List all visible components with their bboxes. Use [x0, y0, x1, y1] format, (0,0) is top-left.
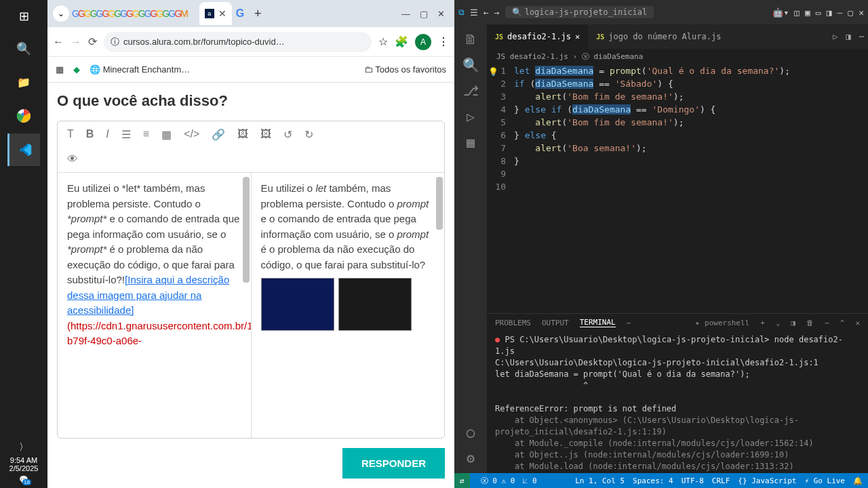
- breadcrumb[interactable]: JS desafio2-1.js › ⓥ diaDaSemana: [487, 49, 868, 64]
- extensions-icon[interactable]: ▦: [467, 134, 475, 150]
- split-icon[interactable]: ◨: [842, 32, 855, 41]
- add-terminal-icon[interactable]: +: [760, 319, 765, 327]
- layout-icon-2[interactable]: ▣: [805, 7, 810, 18]
- status-lang[interactable]: {} JavaScript: [738, 476, 796, 485]
- minimize-icon[interactable]: —: [837, 7, 843, 18]
- terminal-shell[interactable]: ▸ powershell: [696, 319, 749, 327]
- menu-icon[interactable]: ☰: [470, 7, 478, 18]
- attached-image-1[interactable]: [261, 278, 334, 331]
- tab-jogo[interactable]: JSjogo do número Alura.js: [588, 24, 729, 49]
- new-tab-button[interactable]: +: [248, 7, 267, 21]
- search-icon[interactable]: 🔍: [462, 57, 479, 73]
- tab-desafio2[interactable]: JSdesafio2-1.js ✕: [487, 24, 588, 49]
- copilot-icon[interactable]: 🤖▾: [772, 7, 789, 18]
- tab-search-button[interactable]: ⌄: [53, 5, 69, 22]
- close-tab-icon[interactable]: ✕: [218, 8, 226, 19]
- collapsed-tabs[interactable]: GGGGGGGGGGGGGGGGGGM: [72, 8, 199, 19]
- all-bookmarks[interactable]: 🗀 Todos os favoritos: [364, 64, 446, 75]
- active-tab[interactable]: a ✕: [199, 2, 232, 25]
- problems-tab[interactable]: PROBLEMS: [495, 319, 531, 327]
- code-icon[interactable]: </>: [184, 128, 199, 141]
- status-encoding[interactable]: UTF-8: [682, 476, 704, 485]
- attached-image-2[interactable]: [338, 278, 412, 331]
- bold-icon[interactable]: B: [86, 128, 94, 141]
- link-icon[interactable]: 🔗: [212, 128, 225, 141]
- start-button[interactable]: ⊞: [7, 0, 40, 33]
- taskbar-time[interactable]: 9:54 AM: [9, 456, 39, 464]
- ul-icon[interactable]: ☰: [121, 128, 131, 141]
- split-terminal-icon[interactable]: ◨: [791, 319, 796, 327]
- bookmark-star-icon[interactable]: ☆: [378, 35, 388, 48]
- run-debug-icon[interactable]: ▷: [467, 108, 475, 125]
- scrollbar[interactable]: [243, 177, 250, 283]
- profile-avatar[interactable]: A: [415, 34, 431, 50]
- back-button[interactable]: ←: [53, 36, 64, 48]
- extensions-icon[interactable]: 🧩: [395, 35, 408, 48]
- layout-icon-4[interactable]: ◨: [827, 7, 832, 18]
- layout-icon-3[interactable]: ▭: [816, 7, 821, 18]
- scrollbar[interactable]: [436, 177, 443, 230]
- panel-close-icon[interactable]: ✕: [855, 319, 860, 327]
- run-icon[interactable]: ▷: [829, 32, 842, 41]
- italic-icon[interactable]: I: [106, 128, 108, 141]
- minecraft-bookmark[interactable]: 🌐 Minecraft Enchantm…: [90, 64, 190, 75]
- command-center[interactable]: 🔍 logica-js-projeto_inicial: [505, 6, 654, 18]
- layout-icon[interactable]: ◫: [794, 7, 800, 18]
- drive-bookmark[interactable]: ◆: [73, 64, 80, 75]
- undo-icon[interactable]: ↺: [283, 128, 292, 141]
- status-spaces[interactable]: Spaces: 4: [633, 476, 673, 485]
- tab-google[interactable]: G: [232, 7, 248, 20]
- taskbar-arrow-icon[interactable]: 〉: [19, 441, 28, 453]
- close-icon[interactable]: ✕: [859, 7, 864, 18]
- terminal-dropdown-icon[interactable]: ⌄: [776, 319, 781, 327]
- terminal-output[interactable]: ● PS C:\Users\Usuario\Desktop\logica-js-…: [487, 331, 868, 473]
- nav-forward-icon[interactable]: →: [494, 7, 500, 18]
- status-cursor[interactable]: Ln 1, Col 5: [575, 476, 625, 485]
- status-eol[interactable]: CRLF: [712, 476, 730, 485]
- trash-icon[interactable]: 🗑: [806, 319, 814, 327]
- search-button[interactable]: 🔍: [7, 33, 40, 65]
- respond-button[interactable]: RESPONDER: [342, 448, 445, 479]
- address-bar[interactable]: ⓘ cursos.alura.com.br/forum/topico-duvid…: [104, 32, 372, 52]
- site-info-icon[interactable]: ⓘ: [111, 36, 119, 48]
- remote-button[interactable]: ⇄: [454, 473, 470, 488]
- chrome-menu-icon[interactable]: ⋮: [438, 35, 449, 48]
- preview-icon[interactable]: 👁: [67, 153, 435, 165]
- close-window-button[interactable]: ✕: [437, 9, 445, 19]
- panel-more-icon[interactable]: ⋯: [627, 319, 631, 327]
- image-code-icon[interactable]: 🖾: [260, 128, 271, 141]
- markdown-source-pane[interactable]: Eu utilizei o *let* também, mas problema…: [58, 172, 252, 438]
- more-icon[interactable]: ⋯: [855, 32, 868, 41]
- status-errors[interactable]: ⓧ 0 ⚠ 0: [481, 476, 515, 486]
- status-golive[interactable]: ⚡ Go Live: [804, 476, 845, 485]
- status-bell-icon[interactable]: 🔔: [853, 476, 863, 485]
- gear-icon[interactable]: ⚙: [467, 450, 475, 466]
- account-icon[interactable]: ◯: [467, 424, 475, 441]
- code-editor[interactable]: 💡 12345678910 let diaDaSemana = prompt('…: [487, 64, 868, 313]
- file-explorer-app[interactable]: 📁: [7, 66, 40, 98]
- taskbar-date[interactable]: 2/5/2025: [9, 464, 39, 472]
- nav-back-icon[interactable]: ←: [484, 7, 489, 18]
- forward-button[interactable]: →: [71, 36, 81, 48]
- lightbulb-icon[interactable]: 💡: [488, 66, 498, 79]
- terminal-tab[interactable]: TERMINAL: [580, 318, 616, 327]
- ol-icon[interactable]: ≡: [143, 128, 149, 141]
- panel-max-icon[interactable]: ^: [840, 319, 845, 327]
- output-tab[interactable]: OUTPUT: [542, 319, 569, 327]
- chrome-app[interactable]: [7, 100, 40, 132]
- reload-button[interactable]: ⟳: [88, 35, 97, 48]
- format-text-icon[interactable]: T: [67, 128, 74, 141]
- status-port[interactable]: ⟀ 0: [523, 476, 536, 485]
- panel-more2-icon[interactable]: ⋯: [825, 319, 829, 327]
- image-icon[interactable]: 🖼: [237, 128, 248, 141]
- redo-icon[interactable]: ↻: [304, 128, 313, 141]
- minimize-button[interactable]: —: [401, 9, 410, 19]
- source-control-icon[interactable]: ⎇: [463, 83, 479, 99]
- vscode-app[interactable]: [7, 134, 40, 166]
- notifications-button[interactable]: 💬18: [19, 475, 28, 484]
- maximize-button[interactable]: ▢: [420, 9, 428, 19]
- table-icon[interactable]: ▦: [161, 128, 172, 141]
- apps-icon[interactable]: ▦: [56, 64, 64, 75]
- maximize-icon[interactable]: ▢: [848, 7, 853, 18]
- close-tab-icon[interactable]: ✕: [575, 32, 580, 41]
